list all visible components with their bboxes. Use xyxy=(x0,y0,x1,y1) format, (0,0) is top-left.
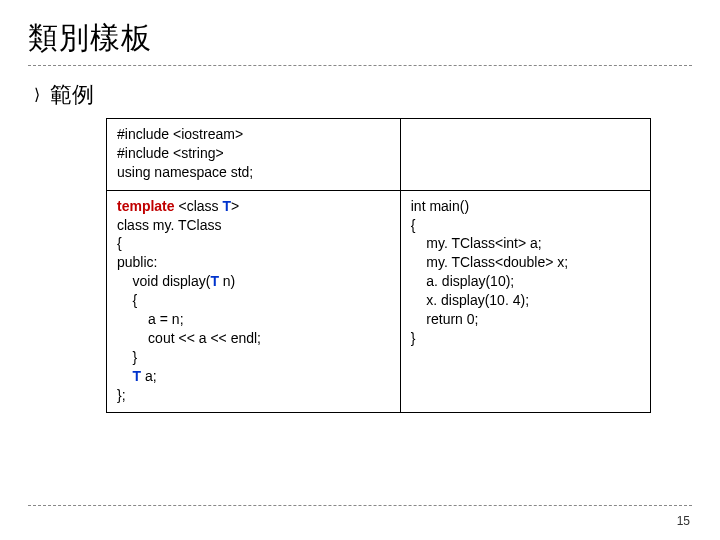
code-line: { xyxy=(117,235,122,251)
code-type-param: T xyxy=(210,273,219,289)
code-line: my. TClass<double> x; xyxy=(411,254,568,270)
code-line: } xyxy=(411,330,416,346)
code-text xyxy=(117,368,133,384)
code-line: { xyxy=(411,217,416,233)
code-line: { xyxy=(117,292,137,308)
code-type-param: T xyxy=(222,198,231,214)
code-line: x. display(10. 4); xyxy=(411,292,529,308)
code-cell-top-left: #include <iostream> #include <string> us… xyxy=(107,119,401,191)
code-table: #include <iostream> #include <string> us… xyxy=(106,118,651,413)
code-text: > xyxy=(231,198,239,214)
page-title: 類別樣板 xyxy=(28,18,692,66)
code-line: class my. TClass xyxy=(117,217,222,233)
code-cell-top-right xyxy=(400,119,650,191)
bullet-row: ⟩ 範例 xyxy=(34,80,692,110)
code-keyword: template xyxy=(117,198,175,214)
bullet-text: 範例 xyxy=(50,80,94,110)
code-line: my. TClass<int> a; xyxy=(411,235,542,251)
slide: 類別樣板 ⟩ 範例 #include <iostream> #include <… xyxy=(0,0,720,540)
code-line: a = n; xyxy=(117,311,184,327)
code-line: a. display(10); xyxy=(411,273,515,289)
code-line: } xyxy=(117,349,137,365)
code-line: return 0; xyxy=(411,311,479,327)
code-text: a; xyxy=(141,368,157,384)
code-line: #include <string> xyxy=(117,145,224,161)
code-line: int main() xyxy=(411,198,469,214)
code-line: using namespace std; xyxy=(117,164,253,180)
bullet-icon: ⟩ xyxy=(34,87,40,103)
page-number: 15 xyxy=(677,514,690,528)
code-cell-bottom-left: template <class T> class my. TClass { pu… xyxy=(107,190,401,413)
code-line: #include <iostream> xyxy=(117,126,243,142)
code-line: }; xyxy=(117,387,126,403)
footer-divider xyxy=(28,505,692,506)
code-cell-bottom-right: int main() { my. TClass<int> a; my. TCla… xyxy=(400,190,650,413)
code-text: <class xyxy=(175,198,223,214)
code-line: public: xyxy=(117,254,157,270)
code-text: n) xyxy=(219,273,235,289)
code-line: cout << a << endl; xyxy=(117,330,261,346)
code-text: void display( xyxy=(117,273,210,289)
code-type-param: T xyxy=(133,368,142,384)
